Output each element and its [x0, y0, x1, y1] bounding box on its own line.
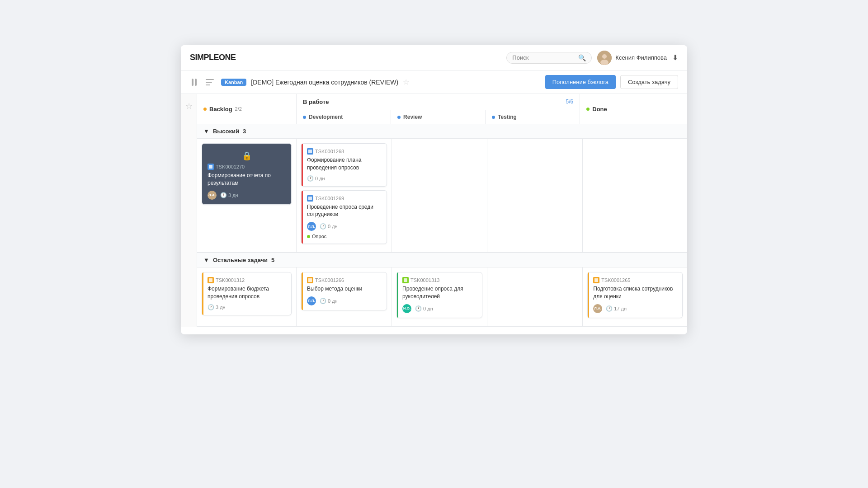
- search-box[interactable]: 🔍: [506, 52, 592, 64]
- done-label: Done: [592, 106, 607, 113]
- group-high-count: 3: [243, 128, 246, 135]
- lock-icon: 🔒: [208, 148, 286, 164]
- group-other: ▼ Остальные задачи 5: [197, 253, 687, 327]
- card-tsk1313[interactable]: TSK0001313 Проведение опроса для руковод…: [396, 272, 482, 318]
- download-icon[interactable]: ⬇: [672, 53, 678, 62]
- card-type-icon: [208, 164, 214, 170]
- logo: SIMPLEONE: [190, 53, 236, 62]
- card-meta: Н.О. 🕐 0 дн: [402, 304, 476, 313]
- card-time-value: 0 дн: [423, 306, 433, 311]
- card-id-row: TSK0001265: [593, 277, 677, 283]
- card-id: TSK0001269: [315, 196, 344, 201]
- high-done-cell: [583, 139, 687, 252]
- svg-point-1: [602, 54, 607, 59]
- card-type-icon: [402, 277, 409, 283]
- card-assignee: П.П.: [307, 296, 316, 305]
- search-icon: 🔍: [578, 54, 586, 61]
- high-testing-cell: [487, 139, 582, 252]
- sidebar-toggle[interactable]: [190, 77, 198, 88]
- other-done-cell: TSK0001265 Подготовка списка сотрудников…: [583, 267, 687, 326]
- card-id: TSK0001266: [315, 277, 344, 283]
- favorite-star-icon[interactable]: ☆: [403, 78, 409, 86]
- card-title: Выбор метода оценки: [307, 285, 381, 293]
- done-column-header: Done: [580, 94, 687, 124]
- user-area: Ксения Филиппова: [597, 51, 667, 65]
- review-column-header: Review: [391, 110, 486, 124]
- card-type-icon: [208, 277, 214, 283]
- group-other-header[interactable]: ▼ Остальные задачи 5: [197, 253, 687, 267]
- assignee-avatar: П.П.: [307, 222, 316, 231]
- high-dev-cell: TSK0001268 Формирование плана проведения…: [297, 139, 392, 252]
- assignee-avatar: Н.О.: [402, 304, 411, 313]
- testing-column-header: Testing: [486, 110, 580, 124]
- tag-dot: [307, 235, 310, 238]
- svg-rect-3: [206, 79, 214, 80]
- card-title: Подготовка списка сотрудников для оценки: [593, 285, 677, 300]
- dev-label: Development: [309, 114, 343, 120]
- card-id-row: TSK0001268: [307, 148, 381, 155]
- search-input[interactable]: [512, 54, 576, 61]
- backlog-button[interactable]: Пополнение бэклога: [545, 75, 616, 89]
- card-title: Проведение опроса среди сотрудников: [307, 203, 381, 219]
- toolbar: Kanban [DEMO] Ежегодная оценка сотрудник…: [181, 70, 687, 94]
- inwork-header-top: В работе 5/6: [297, 94, 580, 110]
- card-meta: 🕐 0 дн: [307, 175, 381, 182]
- card-id: TSK0001313: [410, 277, 439, 283]
- other-backlog-cell: TSK0001312 Формирование бюджета проведен…: [197, 267, 297, 326]
- clock-icon: 🕐: [220, 192, 227, 198]
- card-tsk1268[interactable]: TSK0001268 Формирование плана проведения…: [301, 143, 387, 187]
- card-id-row: TSK0001266: [307, 277, 381, 283]
- card-id: TSK0001270: [216, 164, 245, 169]
- filter-icon[interactable]: [203, 77, 217, 87]
- card-meta: Л.А. 🕐 17 дн: [593, 304, 677, 313]
- group-other-content: TSK0001312 Формирование бюджета проведен…: [197, 267, 687, 327]
- toolbar-right: Пополнение бэклога Создать задачу: [545, 75, 678, 89]
- kanban-badge: Kanban: [221, 79, 246, 86]
- card-tsk1269[interactable]: TSK0001269 Проведение опроса среди сотру…: [301, 190, 387, 244]
- avatar: [597, 51, 612, 65]
- other-review-cell: TSK0001313 Проведение опроса для руковод…: [392, 267, 487, 326]
- backlog-column-header: Backlog 2/2: [197, 94, 297, 124]
- card-time-value: 0 дн: [328, 224, 338, 229]
- backlog-count: 2/2: [235, 106, 242, 112]
- card-id-row: TSK0001270: [208, 164, 286, 170]
- inwork-column-header: В работе 5/6 Development Review: [297, 94, 580, 124]
- svg-point-2: [600, 60, 609, 65]
- testing-dot: [492, 116, 495, 119]
- card-title: Формирование бюджета проведения опросов: [208, 285, 286, 300]
- group-high-header[interactable]: ▼ Высокий 3: [197, 124, 687, 139]
- card-time: 🕐 3 дн: [220, 192, 238, 198]
- toolbar-left: Kanban [DEMO] Ежегодная оценка сотрудник…: [190, 77, 409, 88]
- card-tsk1270[interactable]: 🔒 TSK0001270 Формирование отчета по резу…: [202, 143, 292, 205]
- card-type-icon: [593, 277, 599, 283]
- group-high-content: 🔒 TSK0001270 Формирование отчета по резу…: [197, 139, 687, 253]
- window: SIMPLEONE 🔍 Ксения Филиппова: [181, 45, 687, 334]
- board-outer: ☆ Backlog 2/2 В работе 5/6: [181, 94, 687, 327]
- done-dot: [586, 108, 590, 111]
- backlog-dot: [203, 108, 207, 111]
- favorites-star-icon[interactable]: ☆: [185, 101, 193, 111]
- app-wrapper: SIMPLEONE 🔍 Ксения Филиппова: [0, 0, 868, 488]
- card-time-value: 17 дн: [614, 306, 627, 311]
- card-tsk1312[interactable]: TSK0001312 Формирование бюджета проведен…: [202, 272, 292, 315]
- card-assignee: Л.А.: [593, 304, 602, 313]
- clock-icon: 🕐: [415, 305, 422, 312]
- card-meta: П.П. 🕐 0 дн: [307, 222, 381, 231]
- card-meta: Л.А. 🕐 3 дн: [208, 191, 286, 200]
- create-task-button[interactable]: Создать задачу: [620, 75, 678, 89]
- card-id-row: TSK0001269: [307, 195, 381, 202]
- card-tsk1266[interactable]: TSK0001266 Выбор метода оценки П.П. �: [301, 272, 387, 310]
- card-tsk1265[interactable]: TSK0001265 Подготовка списка сотрудников…: [587, 272, 683, 318]
- clock-icon: 🕐: [320, 298, 326, 304]
- group-other-label: Остальные задачи: [213, 257, 268, 263]
- card-id: TSK0001268: [315, 149, 344, 154]
- card-id-row: TSK0001313: [402, 277, 476, 283]
- tag-label: Опрос: [312, 234, 326, 239]
- clock-icon: 🕐: [208, 304, 214, 310]
- clock-icon: 🕐: [606, 305, 613, 312]
- inwork-sub-headers: Development Review Testing: [297, 110, 580, 124]
- group-high: ▼ Высокий 3 🔒: [197, 124, 687, 253]
- review-label: Review: [403, 114, 422, 120]
- card-type-icon: [307, 277, 313, 283]
- header: SIMPLEONE 🔍 Ксения Филиппова: [181, 45, 687, 70]
